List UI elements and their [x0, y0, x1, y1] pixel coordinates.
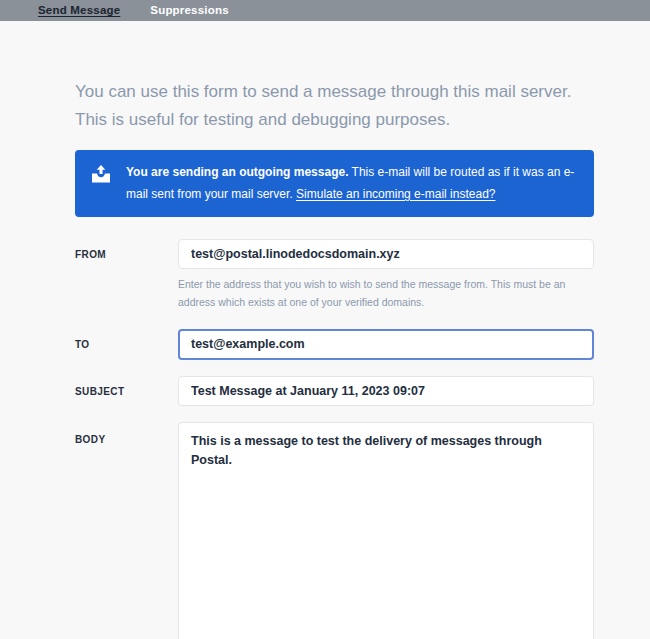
- subject-label: SUBJECT: [75, 376, 178, 406]
- simulate-incoming-link[interactable]: Simulate an incoming e-mail instead?: [296, 187, 495, 201]
- main-content: You can use this form to send a message …: [0, 21, 650, 639]
- outgoing-message-alert: You are sending an outgoing message. Thi…: [75, 150, 594, 217]
- from-label: FROM: [75, 239, 178, 311]
- to-row: TO: [75, 329, 594, 360]
- body-label: BODY: [75, 422, 178, 639]
- body-field-col: This is a message to test the delivery o…: [178, 422, 594, 639]
- tab-send-message[interactable]: Send Message: [38, 0, 120, 21]
- subject-row: SUBJECT: [75, 376, 594, 406]
- to-field-col: [178, 329, 594, 360]
- from-help-text: Enter the address that you wish to wish …: [178, 276, 578, 311]
- body-textarea[interactable]: This is a message to test the delivery o…: [178, 422, 594, 639]
- to-label: TO: [75, 329, 178, 360]
- subject-field-col: [178, 376, 594, 406]
- tab-suppressions[interactable]: Suppressions: [150, 0, 228, 21]
- subject-input[interactable]: [178, 376, 594, 406]
- from-row: FROM Enter the address that you wish to …: [75, 239, 594, 311]
- tab-bar: Send Message Suppressions: [0, 0, 650, 21]
- alert-text: You are sending an outgoing message. Thi…: [126, 162, 580, 205]
- intro-text: You can use this form to send a message …: [75, 78, 594, 133]
- alert-lead: You are sending an outgoing message.: [126, 165, 348, 179]
- body-row: BODY This is a message to test the deliv…: [75, 422, 594, 639]
- from-field-col: Enter the address that you wish to wish …: [178, 239, 594, 311]
- to-input[interactable]: [178, 329, 594, 360]
- send-message-form: FROM Enter the address that you wish to …: [75, 239, 594, 639]
- from-input[interactable]: [178, 239, 594, 269]
- outbox-icon: [90, 165, 112, 187]
